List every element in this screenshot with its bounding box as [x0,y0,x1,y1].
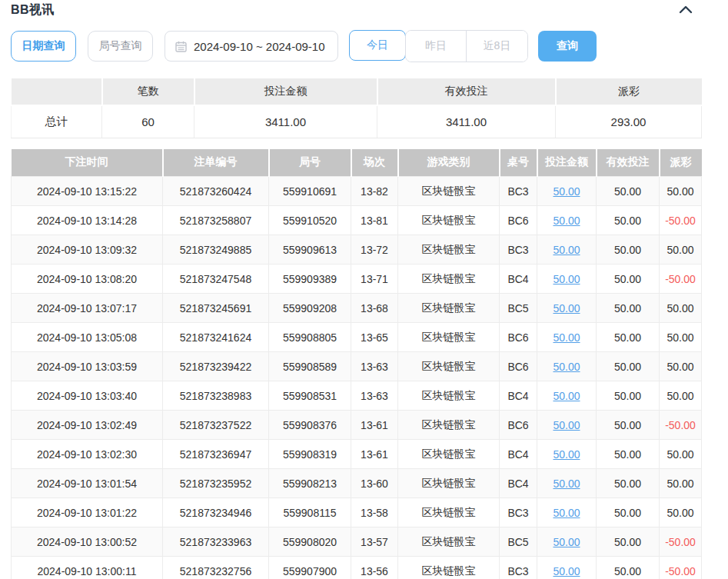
search-button[interactable]: 查询 [538,31,597,62]
game-type-cell: 区块链骰宝 [398,265,500,294]
payout-cell: 50.00 [660,469,702,498]
quick-range-group: 今日 昨日 近8日 [349,30,528,62]
valid-bet-cell: 50.00 [597,265,660,294]
bet-amount-link[interactable]: 50.00 [553,448,580,461]
table-number-cell: BC5 [500,294,537,323]
today-button[interactable]: 今日 [349,30,406,61]
bet-amount-cell: 50.00 [537,527,597,557]
bet-amount-link[interactable]: 50.00 [553,565,580,577]
valid-bet-cell: 50.00 [597,411,660,440]
summary-header-bet-amount: 投注金额 [194,78,377,105]
payout-cell: 50.00 [660,352,702,381]
bet-time-cell: 2024-09-10 13:14:28 [12,206,163,235]
bet-amount-link[interactable]: 50.00 [553,244,580,256]
table-row: 2024-09-10 13:00:11521873232756559907900… [12,557,702,579]
game-type-cell: 区块链骰宝 [398,323,500,352]
valid-bet-cell: 50.00 [597,206,660,235]
header-bet-amount: 投注金额 [537,149,597,177]
session-cell: 13-81 [351,206,398,235]
bet-time-cell: 2024-09-10 13:03:59 [12,352,163,381]
payout-cell: -50.00 [660,557,702,579]
bet-amount-link[interactable]: 50.00 [553,331,580,344]
table-row: 2024-09-10 13:09:32521873249885559909613… [12,235,702,265]
table-row: 2024-09-10 13:02:49521873237522559908376… [12,411,702,440]
bet-amount-cell: 50.00 [537,498,597,527]
valid-bet-cell: 50.00 [597,323,660,352]
valid-bet-cell: 50.00 [597,498,660,527]
header-bet-id: 注单编号 [163,149,269,177]
bet-time-cell: 2024-09-10 13:03:40 [12,381,163,411]
bet-amount-cell: 50.00 [537,235,597,265]
bet-amount-cell: 50.00 [537,177,597,206]
bet-id-cell: 521873236947 [163,440,269,469]
header-session: 场次 [351,149,398,177]
bet-time-cell: 2024-09-10 13:01:22 [12,498,163,527]
header-payout: 派彩 [660,149,702,177]
game-type-cell: 区块链骰宝 [398,498,500,527]
session-cell: 13-65 [351,323,398,352]
last-8-days-button[interactable]: 近8日 [467,31,527,62]
bet-id-cell: 521873239422 [163,352,269,381]
header-game-type: 游戏类别 [398,149,500,177]
summary-total-payout: 293.00 [556,105,702,138]
round-number-cell: 559908115 [269,498,351,527]
date-range-input[interactable]: 2024-09-10 ~ 2024-09-10 [165,31,338,62]
payout-cell: 50.00 [660,498,702,527]
bet-amount-cell: 50.00 [537,206,597,235]
bet-amount-link[interactable]: 50.00 [553,419,580,431]
table-number-cell: BC6 [500,323,537,352]
payout-cell: -50.00 [660,206,702,235]
session-cell: 13-60 [351,469,398,498]
round-number-cell: 559910520 [269,206,351,235]
bet-amount-link[interactable]: 50.00 [553,185,580,198]
summary-total-bet-amount: 3411.00 [194,105,377,138]
round-number-cell: 559909208 [269,294,351,323]
date-query-tab[interactable]: 日期查询 [11,31,76,62]
bet-amount-cell: 50.00 [537,381,597,411]
yesterday-button[interactable]: 昨日 [406,31,467,62]
summary-header-payout: 派彩 [556,78,702,105]
bet-amount-link[interactable]: 50.00 [553,536,580,548]
payout-cell: 50.00 [660,323,702,352]
bet-amount-cell: 50.00 [537,440,597,469]
bet-amount-link[interactable]: 50.00 [553,273,580,285]
date-range-value: 2024-09-10 ~ 2024-09-10 [194,40,325,53]
session-cell: 13-57 [351,527,398,557]
bet-amount-cell: 50.00 [537,411,597,440]
payout-cell: 50.00 [660,440,702,469]
game-type-cell: 区块链骰宝 [398,557,500,579]
bet-amount-link[interactable]: 50.00 [553,215,580,227]
bet-amount-link[interactable]: 50.00 [553,478,580,490]
round-number-cell: 559908805 [269,323,351,352]
bet-time-cell: 2024-09-10 13:15:22 [12,177,163,206]
bet-amount-link[interactable]: 50.00 [553,361,580,373]
header-valid-bet: 有效投注 [597,149,660,177]
payout-cell: 50.00 [660,381,702,411]
collapse-button[interactable] [677,3,694,17]
bet-id-cell: 521873235952 [163,469,269,498]
table-row: 2024-09-10 13:14:28521873258807559910520… [12,206,702,235]
valid-bet-cell: 50.00 [597,440,660,469]
filter-bar: 日期查询 局号查询 2024-09-10 ~ 2024-09-10 今日 昨日 … [11,31,728,62]
header-table-number: 桌号 [500,149,537,177]
round-query-tab[interactable]: 局号查询 [88,31,153,62]
table-number-cell: BC6 [500,352,537,381]
bet-amount-link[interactable]: 50.00 [553,390,580,402]
bet-amount-cell: 50.00 [537,265,597,294]
session-cell: 13-63 [351,381,398,411]
bet-amount-link[interactable]: 50.00 [553,302,580,314]
round-number-cell: 559908531 [269,381,351,411]
table-number-cell: BC3 [500,498,537,527]
table-row: 2024-09-10 13:01:22521873234946559908115… [12,498,702,527]
bet-time-cell: 2024-09-10 13:09:32 [12,235,163,265]
table-row: 2024-09-10 13:00:52521873233963559908020… [12,527,702,557]
table-row: 2024-09-10 13:07:17521873245691559909208… [12,294,702,323]
bet-records-panel: BB视讯 日期查询 局号查询 2024-09-10 ~ 2024-09-10 [0,0,728,579]
bet-amount-cell: 50.00 [537,294,597,323]
game-type-cell: 区块链骰宝 [398,440,500,469]
summary-header-count: 笔数 [102,78,194,105]
bet-amount-link[interactable]: 50.00 [553,507,580,519]
round-number-cell: 559910691 [269,177,351,206]
table-row: 2024-09-10 13:08:20521873247548559909389… [12,265,702,294]
round-number-cell: 559908213 [269,469,351,498]
